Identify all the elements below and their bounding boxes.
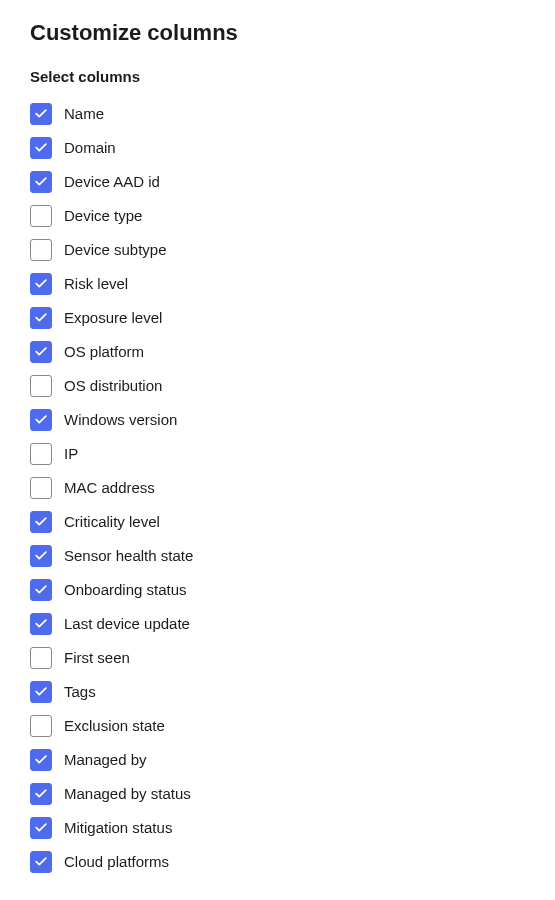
column-label-sensor-health-state: Sensor health state (64, 547, 193, 565)
column-item-name[interactable]: Name (30, 97, 525, 131)
checkbox-os-distribution[interactable] (30, 375, 52, 397)
check-icon (34, 141, 48, 155)
checkbox-first-seen[interactable] (30, 647, 52, 669)
column-item-mac-address[interactable]: MAC address (30, 471, 525, 505)
checkbox-managed-by-status[interactable] (30, 783, 52, 805)
check-icon (34, 617, 48, 631)
column-item-criticality-level[interactable]: Criticality level (30, 505, 525, 539)
checkbox-exposure-level[interactable] (30, 307, 52, 329)
column-item-ip[interactable]: IP (30, 437, 525, 471)
check-icon (34, 583, 48, 597)
section-label: Select columns (30, 68, 525, 85)
check-icon (34, 277, 48, 291)
column-item-managed-by[interactable]: Managed by (30, 743, 525, 777)
column-label-name: Name (64, 105, 104, 123)
checkbox-mitigation-status[interactable] (30, 817, 52, 839)
column-item-os-distribution[interactable]: OS distribution (30, 369, 525, 403)
column-label-device-type: Device type (64, 207, 142, 225)
column-item-device-aad-id[interactable]: Device AAD id (30, 165, 525, 199)
column-label-ip: IP (64, 445, 78, 463)
checkbox-mac-address[interactable] (30, 477, 52, 499)
checkbox-cloud-platforms[interactable] (30, 851, 52, 873)
checkbox-managed-by[interactable] (30, 749, 52, 771)
column-item-exposure-level[interactable]: Exposure level (30, 301, 525, 335)
column-label-os-distribution: OS distribution (64, 377, 162, 395)
page-title: Customize columns (30, 20, 525, 46)
check-icon (34, 821, 48, 835)
checkbox-os-platform[interactable] (30, 341, 52, 363)
column-label-criticality-level: Criticality level (64, 513, 160, 531)
column-label-managed-by-status: Managed by status (64, 785, 191, 803)
check-icon (34, 413, 48, 427)
check-icon (34, 515, 48, 529)
checkbox-exclusion-state[interactable] (30, 715, 52, 737)
column-list: NameDomainDevice AAD idDevice typeDevice… (30, 97, 525, 879)
column-item-windows-version[interactable]: Windows version (30, 403, 525, 437)
column-item-device-type[interactable]: Device type (30, 199, 525, 233)
checkbox-domain[interactable] (30, 137, 52, 159)
checkbox-tags[interactable] (30, 681, 52, 703)
check-icon (34, 107, 48, 121)
check-icon (34, 855, 48, 869)
checkbox-device-aad-id[interactable] (30, 171, 52, 193)
column-label-onboarding-status: Onboarding status (64, 581, 187, 599)
column-item-exclusion-state[interactable]: Exclusion state (30, 709, 525, 743)
column-item-device-subtype[interactable]: Device subtype (30, 233, 525, 267)
column-label-exclusion-state: Exclusion state (64, 717, 165, 735)
column-label-device-subtype: Device subtype (64, 241, 167, 259)
column-label-device-aad-id: Device AAD id (64, 173, 160, 191)
column-label-mac-address: MAC address (64, 479, 155, 497)
column-item-managed-by-status[interactable]: Managed by status (30, 777, 525, 811)
column-item-risk-level[interactable]: Risk level (30, 267, 525, 301)
checkbox-device-type[interactable] (30, 205, 52, 227)
check-icon (34, 345, 48, 359)
column-item-first-seen[interactable]: First seen (30, 641, 525, 675)
column-label-windows-version: Windows version (64, 411, 177, 429)
checkbox-risk-level[interactable] (30, 273, 52, 295)
column-label-domain: Domain (64, 139, 116, 157)
column-item-mitigation-status[interactable]: Mitigation status (30, 811, 525, 845)
column-item-tags[interactable]: Tags (30, 675, 525, 709)
column-label-first-seen: First seen (64, 649, 130, 667)
column-label-mitigation-status: Mitigation status (64, 819, 172, 837)
column-item-sensor-health-state[interactable]: Sensor health state (30, 539, 525, 573)
column-item-last-device-update[interactable]: Last device update (30, 607, 525, 641)
checkbox-criticality-level[interactable] (30, 511, 52, 533)
column-item-onboarding-status[interactable]: Onboarding status (30, 573, 525, 607)
column-label-risk-level: Risk level (64, 275, 128, 293)
column-item-domain[interactable]: Domain (30, 131, 525, 165)
check-icon (34, 175, 48, 189)
check-icon (34, 685, 48, 699)
column-label-tags: Tags (64, 683, 96, 701)
checkbox-windows-version[interactable] (30, 409, 52, 431)
check-icon (34, 311, 48, 325)
column-label-exposure-level: Exposure level (64, 309, 162, 327)
checkbox-ip[interactable] (30, 443, 52, 465)
column-label-cloud-platforms: Cloud platforms (64, 853, 169, 871)
checkbox-name[interactable] (30, 103, 52, 125)
column-label-last-device-update: Last device update (64, 615, 190, 633)
column-item-os-platform[interactable]: OS platform (30, 335, 525, 369)
column-item-cloud-platforms[interactable]: Cloud platforms (30, 845, 525, 879)
check-icon (34, 787, 48, 801)
check-icon (34, 753, 48, 767)
checkbox-onboarding-status[interactable] (30, 579, 52, 601)
checkbox-sensor-health-state[interactable] (30, 545, 52, 567)
column-label-os-platform: OS platform (64, 343, 144, 361)
checkbox-last-device-update[interactable] (30, 613, 52, 635)
checkbox-device-subtype[interactable] (30, 239, 52, 261)
check-icon (34, 549, 48, 563)
column-label-managed-by: Managed by (64, 751, 147, 769)
